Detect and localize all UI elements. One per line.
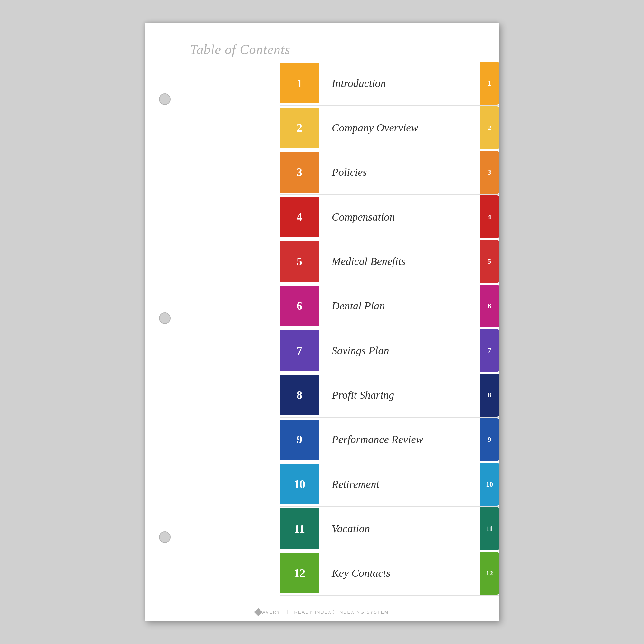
toc-label-6: Dental Plan — [319, 284, 480, 328]
number-box-11: 11 — [280, 508, 319, 549]
tab-10[interactable]: 10 — [480, 463, 499, 506]
toc-row: 1Introduction1 — [280, 61, 499, 106]
number-box-8: 8 — [280, 375, 319, 415]
toc-label-4: Compensation — [319, 195, 480, 239]
toc-row: 7Savings Plan7 — [280, 328, 499, 373]
number-box-7: 7 — [280, 330, 319, 371]
toc-label-10: Retirement — [319, 462, 480, 506]
toc-label-11: Vacation — [319, 507, 480, 551]
toc-row: 9Performance Review9 — [280, 418, 499, 462]
toc-label-1: Introduction — [319, 61, 480, 105]
number-box-6: 6 — [280, 286, 319, 326]
toc-row: 8Profit Sharing8 — [280, 373, 499, 417]
toc-row: 5Medical Benefits5 — [280, 239, 499, 284]
brand-name: AVERY — [262, 610, 280, 615]
number-box-9: 9 — [280, 420, 319, 460]
tab-5[interactable]: 5 — [480, 240, 499, 283]
tab-1[interactable]: 1 — [480, 62, 499, 105]
tab-2[interactable]: 2 — [480, 106, 499, 149]
toc-label-3: Policies — [319, 150, 480, 194]
toc-row: 10Retirement10 — [280, 462, 499, 507]
toc-label-8: Profit Sharing — [319, 373, 480, 417]
toc-row: 6Dental Plan6 — [280, 284, 499, 328]
number-box-3: 3 — [280, 152, 319, 193]
toc-row: 3Policies3 — [280, 150, 499, 195]
toc-container: 1Introduction12Company Overview23Policie… — [280, 61, 499, 596]
hole-punch-1 — [159, 93, 171, 105]
tab-11[interactable]: 11 — [480, 507, 499, 550]
avery-logo: AVERY — [255, 609, 280, 615]
toc-label-2: Company Overview — [319, 106, 480, 150]
number-box-1: 1 — [280, 63, 319, 103]
toc-label-7: Savings Plan — [319, 328, 480, 373]
hole-punch-2 — [159, 312, 171, 324]
toc-row: 11Vacation11 — [280, 507, 499, 551]
page: Table of Contents 1Introduction12Company… — [145, 23, 499, 621]
number-box-5: 5 — [280, 241, 319, 281]
tab-8[interactable]: 8 — [480, 374, 499, 416]
avery-diamond-icon — [254, 608, 262, 616]
page-title: Table of Contents — [190, 42, 290, 57]
number-box-12: 12 — [280, 553, 319, 593]
hole-punch-3 — [159, 531, 171, 543]
tab-3[interactable]: 3 — [480, 151, 499, 194]
footer-product: READY INDEX® INDEXING SYSTEM — [294, 610, 389, 615]
toc-label-5: Medical Benefits — [319, 239, 480, 283]
footer: AVERY | READY INDEX® INDEXING SYSTEM — [145, 609, 499, 615]
tab-9[interactable]: 9 — [480, 418, 499, 461]
toc-label-12: Key Contacts — [319, 551, 480, 595]
footer-separator: | — [287, 610, 288, 615]
number-box-4: 4 — [280, 197, 319, 237]
toc-row: 4Compensation4 — [280, 195, 499, 239]
tab-4[interactable]: 4 — [480, 195, 499, 238]
toc-row: 12Key Contacts12 — [280, 551, 499, 596]
number-box-2: 2 — [280, 108, 319, 148]
number-box-10: 10 — [280, 464, 319, 504]
tab-6[interactable]: 6 — [480, 285, 499, 327]
tab-12[interactable]: 12 — [480, 552, 499, 595]
tab-7[interactable]: 7 — [480, 329, 499, 372]
toc-label-9: Performance Review — [319, 418, 480, 462]
toc-row: 2Company Overview2 — [280, 106, 499, 150]
